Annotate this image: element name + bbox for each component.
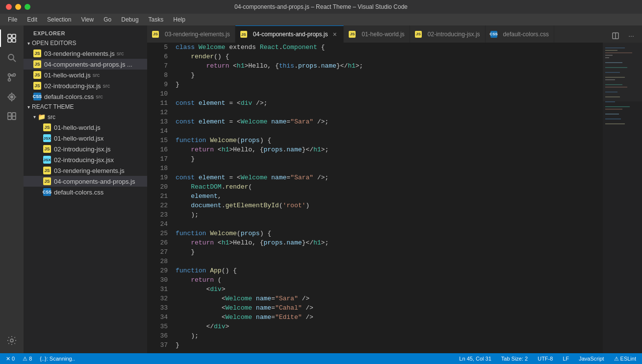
menu-selection[interactable]: Selection [43,15,75,24]
svg-rect-1 [12,34,16,38]
file-name: 01-hello-world.js [54,124,101,131]
svg-rect-3 [12,39,16,42]
src-folder[interactable]: ▾ 📁 src [24,112,147,122]
activity-search[interactable] [3,49,21,67]
status-bar: ✕ 0 ⚠ 8 {..}: Scanning.. Ln 45, Col 31 T… [0,353,642,364]
sidebar-item-01-hello-js[interactable]: JS 01-hello-world.js [24,122,147,133]
tab-label: default-colors.css [503,31,549,38]
svg-point-19 [10,339,13,342]
sidebar-item-04-components-js[interactable]: JS 04-components-and-props.js [24,176,147,187]
svg-point-7 [8,79,11,81]
menu-view[interactable]: View [77,15,98,24]
sidebar-item-03-rendering[interactable]: JS 03-rendering-elements.js src [24,48,147,59]
tab-02-jsx[interactable]: JS 02-introducing-jsx.js [410,25,486,43]
minimize-button[interactable] [15,4,21,10]
tab-size[interactable]: Tab Size: 2 [499,353,530,364]
warning-count[interactable]: ⚠ 8 [21,353,34,364]
error-number: 0 [12,356,15,362]
css-file-icon: CSS [33,93,41,100]
scanning-status[interactable]: {..}: Scanning.. [38,353,77,364]
tab-js-icon: JS [349,31,356,38]
menu-file[interactable]: File [4,15,21,24]
jsx-file-icon: JSX [43,134,51,142]
more-actions-button[interactable]: ··· [624,29,638,43]
code-content[interactable]: class Welcome extends React.Component { … [172,43,603,353]
cursor-position[interactable]: Ln 45, Col 31 [457,353,493,364]
sidebar-item-css[interactable]: CSS default-colors.css src [24,91,147,102]
svg-point-8 [13,74,16,76]
minimap-content [603,43,642,353]
minimap[interactable] [603,43,642,353]
sidebar-item-01-hello-jsx[interactable]: JSX 01-hello-world.jsx [24,133,147,144]
sidebar-item-01-hello[interactable]: JS 01-hello-world.js src [24,70,147,80]
tab-04-components[interactable]: JS 04-components-and-props.js × [235,25,344,43]
code-editor[interactable]: 5 6 7 8 9 10 11 12 13 14 15 16 17 18 19 … [147,43,642,353]
svg-rect-39 [605,114,619,115]
tab-03-rendering[interactable]: JS 03-rendering-elements.js [147,25,235,43]
tab-label: 03-rendering-elements.js [165,31,230,38]
tab-actions: ··· [609,29,642,43]
svg-rect-42 [603,43,642,101]
file-name: 03-rendering-elements.js [54,167,125,174]
src-chevron: ▾ [33,114,36,120]
menu-help[interactable]: Help [169,15,189,24]
js-file-icon: JS [43,167,51,174]
menu-edit[interactable]: Edit [23,15,41,24]
tab-bar: JS 03-rendering-elements.js JS 04-compon… [147,25,642,43]
js-file-icon: JS [33,82,41,90]
react-theme-section[interactable]: ▾ REACT THEME [24,102,147,112]
open-editors-chevron: ▾ [27,41,30,46]
tab-01-hello[interactable]: JS 01-hello-world.js [344,25,410,43]
activity-settings[interactable] [3,332,21,349]
svg-rect-16 [12,116,16,120]
line-ending[interactable]: LF [561,353,571,364]
js-file-icon: JS [43,145,51,153]
maximize-button[interactable] [25,4,30,10]
tab-label: 04-components-and-props.js [253,31,328,38]
tab-close-button[interactable]: × [331,30,338,38]
sidebar-header: EXPLORER [24,25,147,38]
sidebar-item-02-jsx-jsx[interactable]: JSX 02-introducing-jsx.jsx [24,154,147,165]
main-layout: EXPLORER ▾ OPEN EDITORS JS 03-rendering-… [0,25,642,353]
open-editors-section[interactable]: ▾ OPEN EDITORS [24,38,147,48]
menu-tasks[interactable]: Tasks [145,15,168,24]
sidebar-item-default-css[interactable]: CSS default-colors.css [24,187,147,197]
encoding[interactable]: UTF-8 [536,353,555,364]
sidebar-item-02-jsx[interactable]: JS 02-introducing-jsx.js src [24,80,147,91]
svg-rect-15 [8,116,11,120]
svg-rect-17 [8,113,11,116]
svg-rect-36 [605,101,615,102]
file-name: 02-introducing-jsx.js [54,146,111,153]
menu-bar: File Edit Selection View Go Debug Tasks … [0,14,642,25]
sidebar-item-03-rendering-js[interactable]: JS 03-rendering-elements.js [24,165,147,176]
file-name: 01-hello-world.jsx [54,135,103,142]
activity-extensions[interactable] [3,108,21,125]
file-name: 02-introducing-jsx.jsx [54,156,114,164]
sidebar-item-04-components[interactable]: JS 04-components-and-props.js ... [24,59,147,70]
menu-debug[interactable]: Debug [117,15,142,24]
activity-explorer[interactable] [3,29,21,47]
traffic-lights[interactable] [6,4,30,10]
tab-default-colors[interactable]: CSS default-colors.css [486,25,554,43]
language-mode[interactable]: JavaScript [577,353,606,364]
split-editor-button[interactable] [609,29,622,43]
close-button[interactable] [6,4,12,10]
encoding-text: UTF-8 [538,356,553,362]
file-name: default-colors.css [54,189,103,196]
svg-point-6 [8,74,11,76]
sidebar-item-02-jsx-js[interactable]: JS 02-introducing-jsx.js [24,144,147,154]
file-name: 02-introducing-jsx.js [44,82,101,90]
eslint-status[interactable]: ⚠ ESLint [612,353,638,364]
svg-rect-0 [8,34,11,38]
sidebar: EXPLORER ▾ OPEN EDITORS JS 03-rendering-… [24,25,147,353]
scanning-text: {..}: Scanning.. [40,356,75,362]
activity-source-control[interactable] [3,69,21,86]
file-name: 03-rendering-elements.js [44,50,115,57]
window-title: 04-components-and-props.js – React Theme… [234,3,408,10]
tab-css-icon: CSS [490,31,497,38]
svg-rect-37 [605,106,630,107]
error-count[interactable]: ✕ 0 [4,353,17,364]
menu-go[interactable]: Go [100,15,115,24]
js-file-icon: JS [33,49,41,57]
activity-debug[interactable] [3,88,21,106]
